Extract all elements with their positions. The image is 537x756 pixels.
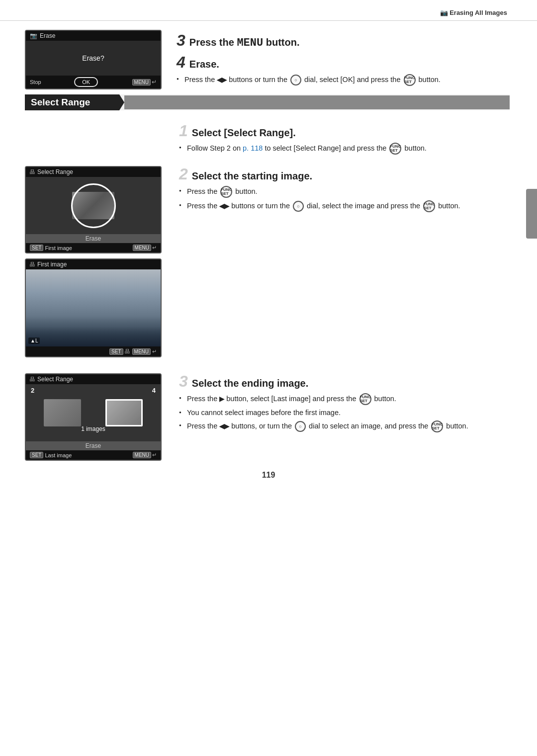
sr-step3-num: 3 — [179, 373, 188, 389]
sr-step1-heading: 1 Select [Select Range]. — [179, 123, 510, 139]
lr-bottom-bar: SET Last image MENU ↵ — [26, 450, 161, 460]
sr-step2-set-icon1: FUNCSET — [220, 186, 232, 198]
section-bar — [124, 95, 510, 109]
sr-step3-bullets: Press the ▶ button, select [Last image] … — [179, 393, 510, 432]
lr-menu-area: MENU ↵ — [132, 452, 157, 458]
header-title: Erasing All Images — [449, 9, 507, 16]
sr-step1-bullet: Follow Step 2 on p. 118 to select [Selec… — [179, 143, 510, 155]
sr-step3-bullet1: Press the ▶ button, select [Last image] … — [179, 393, 510, 405]
step4-bullets: Press the ◀▶ buttons or turn the ○ dial,… — [177, 74, 510, 86]
sr-step2-title: Select the starting image. — [192, 170, 312, 182]
step4-set-icon: FUNCSET — [404, 74, 416, 86]
sr-step2-heading: 2 Select the starting image. — [179, 166, 510, 182]
sr-step1-num: 1 — [179, 123, 188, 139]
sr-step3-right: 3 Select the ending image. Press the ▶ b… — [179, 373, 510, 435]
erase-camera-screen: 📷 Erase Erase? Stop OK MENU ↵ — [25, 30, 162, 89]
sr-screen1-title: Select Range — [37, 168, 73, 175]
select-range-section: Select Range 1 Select [Select Range]. Fo — [25, 94, 510, 461]
sr-circle — [71, 183, 116, 228]
sr-steps-wrap: 1 Select [Select Range]. Follow Step 2 o… — [25, 120, 510, 461]
sr-step3-dial: ○ — [295, 421, 306, 432]
sr-step1-title: Select [Select Range]. — [192, 127, 296, 139]
step4-num: 4 — [177, 54, 185, 70]
sr-step3-set2: FUNCSET — [431, 420, 443, 432]
step4-block: 4 Erase. Press the ◀▶ buttons or turn th… — [177, 54, 510, 86]
sr-step3-bullet2: You cannot select images before the firs… — [179, 408, 510, 418]
sr-step3-bullet3: Press the ◀▶ buttons, or turn the ○ dial… — [179, 420, 510, 432]
sr-step1-set-icon: FUNCSET — [389, 143, 401, 155]
page-header: 📷 Erasing All Images — [0, 0, 537, 21]
step4-dial-icon: ○ — [290, 75, 301, 85]
fi-icon: 品 — [30, 261, 35, 268]
sr-icon: 品 — [30, 168, 35, 175]
sr-image-inner — [26, 177, 161, 234]
erase-stop: Stop — [30, 79, 41, 85]
lr-erase-bar: Erase — [26, 441, 161, 450]
sr-step2-bullets: Press the FUNCSET button. Press the ◀▶ b… — [179, 186, 510, 212]
sr-screen1: 品 Select Range Erase — [25, 166, 162, 253]
sr-step3-row: 品 Select Range 2 4 1 images Erase — [25, 373, 510, 461]
erase-return: ↵ — [152, 79, 157, 85]
lr-title: Select Range — [37, 376, 73, 383]
section-divider: Select Range — [25, 94, 510, 110]
fi-title: First image — [37, 261, 67, 268]
lr-count: 1 images — [26, 425, 161, 432]
main-content: 📷 Erase Erase? Stop OK MENU ↵ — [0, 21, 537, 461]
step4-bullet-1: Press the ◀▶ buttons or turn the ○ dial,… — [177, 74, 510, 86]
sr-set-label: SET First image — [30, 245, 72, 251]
camera-icon: 📷 — [440, 9, 448, 16]
sr-step2-num: 2 — [179, 166, 188, 182]
fi-image-area: ▲L — [26, 269, 161, 346]
lr-num-left: 2 — [31, 387, 34, 394]
erase-bottom-bar: Stop OK MENU ↵ — [26, 76, 161, 88]
sr-step1-right: 1 Select [Select Range]. Follow Step 2 o… — [179, 123, 510, 157]
sr-step1-bullets: Follow Step 2 on p. 118 to select [Selec… — [179, 143, 510, 155]
lr-image-area: 2 4 1 images — [26, 384, 161, 441]
fi-return: ↵ — [152, 348, 157, 355]
fi-menu: MENU — [132, 348, 151, 355]
sr-step3-title: Select the ending image. — [192, 378, 309, 389]
sr-erase-bar: Erase — [26, 234, 161, 243]
lr-set-area: SET Last image — [30, 452, 72, 458]
sr-screens-col: 品 Select Range Erase — [25, 166, 167, 365]
step3-title: Press the MENU button. — [189, 37, 300, 49]
lr-thumb-left — [44, 399, 81, 426]
sr-step1-link[interactable]: p. 118 — [243, 144, 263, 152]
step4-arrows: ◀▶ — [217, 76, 227, 84]
steps-3-4: 3 Press the MENU button. 4 Erase. Press … — [177, 30, 510, 88]
top-section: 📷 Erase Erase? Stop OK MENU ↵ — [25, 21, 510, 89]
sr-menu-area: MENU ↵ — [132, 245, 157, 251]
erase-screen-title: Erase — [40, 32, 55, 39]
fi-top-bar: 品 First image — [26, 259, 161, 269]
erase-cam-icon: 📷 — [30, 32, 37, 39]
sr-step2-row: 品 Select Range Erase — [25, 166, 510, 365]
sr-step2-bullet1: Press the FUNCSET button. — [179, 186, 510, 198]
lr-last-image: Last image — [45, 452, 72, 458]
lr-screen-wrap: 品 Select Range 2 4 1 images Erase — [25, 373, 167, 461]
step4-title: Erase. — [189, 59, 219, 70]
fi-set-tag2: SET 品 MENU ↵ — [109, 348, 157, 355]
sr-step1-row: 1 Select [Select Range]. Follow Step 2 o… — [25, 123, 510, 157]
fi-corner-icon: ▲L — [28, 337, 40, 344]
erase-menu-tag: MENU — [132, 79, 151, 85]
step3-menu-word: MENU — [237, 37, 263, 49]
lr-icon: 品 — [30, 376, 35, 383]
erase-screen-content: Erase? — [26, 41, 161, 76]
lr-set-tag: SET — [30, 452, 43, 458]
sr-return: ↵ — [152, 245, 157, 251]
step3-title-end: button. — [263, 37, 299, 48]
lr-thumb-right — [105, 399, 143, 426]
page-number: 119 — [0, 461, 537, 487]
fi-icon2: 品 — [125, 348, 130, 355]
sr-menu-tag: MENU — [133, 245, 151, 251]
step3-press: Press the — [189, 37, 237, 48]
lr-return: ↵ — [152, 452, 157, 458]
section-label: Select Range — [25, 94, 124, 110]
sr-step2-bullet2: Press the ◀▶ buttons or turn the ○ dial,… — [179, 200, 510, 212]
erase-top-bar: 📷 Erase — [26, 31, 161, 41]
sr-step3-heading: 3 Select the ending image. — [179, 373, 510, 389]
page-tab — [526, 189, 537, 239]
lr-num-right: 4 — [152, 387, 156, 394]
sr-step2-arrows: ◀▶ — [219, 202, 229, 210]
sr-step3-set1: FUNCSET — [359, 393, 371, 405]
